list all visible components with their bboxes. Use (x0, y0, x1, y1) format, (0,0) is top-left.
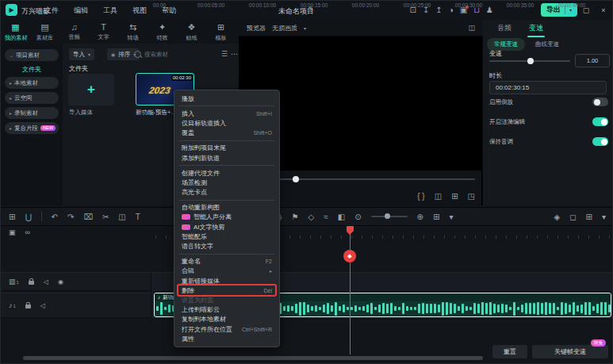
menu-file[interactable]: 文件 (42, 6, 61, 16)
audio-stretch-icon[interactable]: ≈ (324, 213, 328, 221)
menu-edit[interactable]: 编辑 (71, 6, 90, 16)
import-button[interactable]: 导入▾ (69, 48, 94, 60)
sidebar-item-cloud-space[interactable]: ▸ 云空间 (5, 92, 59, 104)
sidebar-group-project-media[interactable]: ⌄ 项目素材 (5, 49, 59, 61)
menu-item-properties[interactable]: 属性 ▸ (174, 334, 279, 343)
speed-knob[interactable] (527, 58, 534, 64)
tab-templates[interactable]: ⊞ 模板 (206, 20, 236, 44)
record-icon[interactable]: ⊙ (354, 213, 361, 221)
speed-value-input[interactable]: 1.00 (575, 54, 610, 67)
menu-item-smart-bgm[interactable]: 智能配乐 ▸ (174, 232, 279, 241)
text-tool-icon[interactable]: T (136, 213, 140, 221)
keyframe-speed-button[interactable]: 关键帧变速 (532, 345, 608, 358)
snapshot-icon[interactable]: ◫ (435, 192, 442, 201)
menu-item-overwrite[interactable]: 覆盖 Shift+O ▸ (174, 128, 279, 138)
lock-icon[interactable] (25, 305, 31, 308)
user-icon[interactable]: ♟ (486, 6, 493, 14)
menu-item-open-file-location[interactable]: 打开文件所在位置 Ctrl+Shift+R ▸ (174, 324, 279, 334)
mask-icon[interactable]: ◧ (338, 213, 345, 221)
menu-item-append-to-end[interactable]: 附加到项目末尾 ▸ (174, 144, 279, 153)
menu-item-play[interactable]: 播放 ▸ (174, 94, 279, 103)
menu-item-create-proxy[interactable]: 创建代理文件 ▸ (174, 168, 279, 178)
timeline-scrollbar[interactable] (23, 356, 483, 360)
keyframe-icon[interactable]: ◇ (308, 213, 315, 221)
menu-item-ai-text-cut[interactable]: AI文字快剪 ▸ (174, 222, 279, 232)
menu-view[interactable]: 视图 (130, 6, 149, 16)
menu-item-compilation[interactable]: 合辑 ▸ (174, 266, 279, 276)
track-layout-caret[interactable]: ▾ (449, 213, 453, 221)
sidebar-item-compound-clip[interactable]: ▸ 复合片段 NEW (5, 122, 59, 134)
timeline-settings-icon[interactable]: ⊞ (586, 213, 592, 221)
toggle-switch[interactable] (592, 98, 608, 106)
copy-icon[interactable]: ▣ (9, 228, 16, 236)
crop-icon[interactable]: ◫ (118, 213, 125, 221)
menu-item-highlight[interactable]: 高光卡点 ▸ (174, 188, 279, 197)
context-menu-item[interactable]: ▸ (179, 105, 274, 106)
mini-window-icon[interactable]: ◫ (468, 25, 475, 32)
render-preview-icon[interactable]: ◈ (554, 213, 561, 221)
track-manager-icon[interactable]: ⊞ (9, 213, 15, 221)
context-menu-item[interactable]: ▸ (179, 254, 274, 255)
marker-icon[interactable]: ⚑ (292, 213, 299, 221)
tab-effects[interactable]: ✦ 特效 (148, 20, 177, 44)
menu-tools[interactable]: 工具 (101, 6, 120, 16)
close-button[interactable]: × (595, 1, 612, 20)
link-icon[interactable]: ∞ (25, 228, 30, 236)
tab-audio[interactable]: ♫ 音频 (59, 20, 89, 44)
undo-icon[interactable]: ↶ (52, 213, 58, 221)
playhead-drag-badge[interactable]: ◆ (343, 250, 356, 262)
import-media-tile[interactable]: + (68, 74, 114, 105)
mute-icon[interactable]: ◁ (40, 302, 45, 309)
mute-icon[interactable]: ◁ (44, 278, 48, 285)
timeline-zoom-slider[interactable] (371, 216, 408, 217)
tab-my-media[interactable]: ▦ 我的素材 (1, 20, 30, 44)
theme-icon[interactable]: ◑ (449, 6, 454, 14)
menu-item-vocal-separation[interactable]: 智能人声分离 ▸ (174, 213, 279, 222)
fullscreen-icon[interactable]: ◳ (468, 192, 475, 201)
caret-down-icon[interactable]: ▾ (304, 25, 306, 31)
search-input[interactable]: 搜索素材 (134, 48, 204, 60)
sidebar-item-local-media[interactable]: ▸ 本地素材 (5, 77, 59, 89)
snapshot-frame-icon[interactable]: ◻ (569, 213, 576, 221)
razor-icon[interactable]: ✂ (102, 213, 109, 221)
zoom-fit-icon[interactable]: ⊕ (417, 213, 423, 221)
context-menu-item[interactable]: ▸ (179, 200, 274, 201)
tab-transitions[interactable]: ⇆ 转场 (118, 20, 148, 44)
quality-dropdown[interactable]: 无损画质 (272, 24, 297, 33)
mark-in-out-icon[interactable]: { } (417, 192, 424, 201)
menu-item-insert-target-track[interactable]: 仅目标轨道插入 ▸ (174, 118, 279, 128)
playhead-handle[interactable] (347, 226, 354, 232)
speed-slider[interactable] (489, 60, 570, 62)
tab-speed-props[interactable]: 变速 (527, 21, 545, 36)
menu-item-auto-reframe[interactable]: 自动重新构图 ▸ (174, 203, 279, 213)
menu-item-insert[interactable]: 插入 Shift+I ▸ (174, 109, 279, 118)
lock-icon[interactable] (29, 281, 34, 285)
grid-icon[interactable]: ⊞ (451, 192, 458, 201)
eye-icon[interactable]: ◉ (58, 278, 63, 285)
tab-stock-media[interactable]: ▤ 素材库 (30, 20, 59, 44)
tab-audio-props[interactable]: 音频 (496, 21, 513, 36)
menu-item-rename[interactable]: 重命名 F2 ▸ (174, 257, 279, 266)
timeline-settings-caret[interactable]: ▾ (602, 213, 606, 221)
context-menu-item[interactable]: ▸ (179, 140, 274, 141)
menu-item-upload-cloud[interactable]: 上传到喵影云 ▸ (174, 305, 279, 315)
duration-input[interactable]: 00:02:30:15 (489, 81, 607, 94)
menu-item-copy-to-local[interactable]: 复制到本地素材 ▸ (174, 315, 279, 324)
menu-item-delete[interactable]: 删除 Del ▸ (174, 285, 279, 295)
sidebar-item-folder-selected[interactable]: 文件夹 (1, 65, 63, 74)
context-menu-item[interactable]: ▸ (179, 165, 274, 166)
filter-icon[interactable]: ☰ (221, 51, 228, 58)
reset-button[interactable]: 重置 (492, 345, 527, 358)
subtab-curve-speed[interactable]: 曲线变速 (528, 38, 566, 51)
track-layout-icon[interactable]: ⊞ (433, 213, 439, 221)
preview-progress-slider[interactable] (247, 178, 475, 180)
redo-icon[interactable]: ↷ (67, 213, 74, 221)
tab-stickers[interactable]: ❖ 贴纸 (177, 20, 206, 44)
delete-icon[interactable]: ⌧ (83, 213, 93, 221)
more-options-icon[interactable]: ⋯ (231, 51, 238, 58)
tab-text[interactable]: T 文字 (89, 20, 118, 44)
menu-item-add-to-new-track[interactable]: 添加到新轨道 ▸ (174, 153, 279, 163)
menu-item-scene-detection[interactable]: 场景检测 ▸ (174, 178, 279, 187)
toggle-switch[interactable] (592, 137, 608, 146)
cloud-upload-icon[interactable]: ↥ (435, 6, 442, 14)
